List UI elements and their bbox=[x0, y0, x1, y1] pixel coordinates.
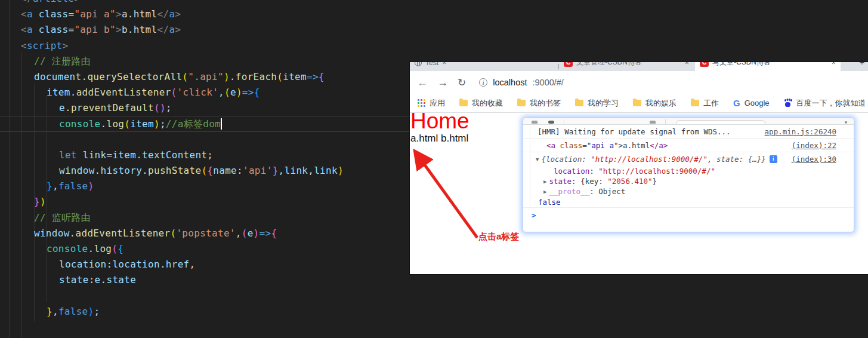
code-token: pushState bbox=[148, 165, 201, 176]
code-token: ( bbox=[170, 228, 176, 239]
info-icon[interactable]: i bbox=[770, 155, 777, 163]
console-text: : bbox=[589, 167, 598, 176]
devtools-dock-icon[interactable] bbox=[532, 121, 538, 124]
bookmarks-bar: 应用我的收藏我的书签我的学习我的娱乐工作GGoogle百度一下，你就知道前端 bbox=[410, 94, 868, 113]
bookmark-item[interactable]: 应用 bbox=[418, 98, 445, 109]
code-token: ) bbox=[338, 165, 344, 176]
code-token: } bbox=[34, 196, 40, 207]
code-token: window bbox=[59, 165, 95, 176]
code-token: ) bbox=[154, 118, 160, 130]
forward-button[interactable]: → bbox=[437, 77, 448, 88]
console-text: "> bbox=[614, 141, 623, 150]
code-token: = bbox=[106, 149, 112, 161]
code-token: . bbox=[230, 71, 236, 82]
code-token: < bbox=[21, 8, 27, 20]
code-token: ) bbox=[236, 87, 242, 98]
bookmark-item[interactable]: 我的学习 bbox=[575, 98, 619, 109]
code-token: : bbox=[237, 165, 243, 176]
code-token: ".api" bbox=[188, 71, 224, 82]
tab-close-icon[interactable]: × bbox=[684, 62, 689, 67]
code-token: ( bbox=[124, 118, 130, 130]
console-text: : Object bbox=[589, 187, 625, 196]
code-token: link bbox=[285, 165, 308, 176]
code-line: state:e.state bbox=[0, 272, 868, 288]
console-row: false bbox=[523, 196, 854, 208]
prompt-chevron-icon: > bbox=[532, 211, 536, 220]
address-bar[interactable]: i localhost:9000/#/ bbox=[479, 78, 564, 87]
code-line: <a class="api a">a.html</a> bbox=[0, 7, 868, 22]
console-text: location bbox=[554, 167, 589, 176]
tab-title: 写文章-CSDN博客 bbox=[712, 62, 827, 67]
code-token: 'api' bbox=[243, 165, 273, 176]
bookmark-item[interactable]: 我的娱乐 bbox=[633, 98, 677, 109]
expand-triangle-icon[interactable]: ▶ bbox=[543, 189, 546, 195]
reload-button[interactable]: ↻ bbox=[458, 78, 466, 88]
bookmark-label: 百度一下，你就知道 bbox=[796, 98, 866, 109]
bookmark-item[interactable]: 百度一下，你就知道 bbox=[784, 98, 866, 109]
url-host: localhost bbox=[493, 78, 527, 87]
console-log-list: [HMR] Waiting for update signal from WDS… bbox=[523, 125, 854, 208]
folder-icon bbox=[691, 100, 699, 106]
back-button[interactable]: ← bbox=[417, 77, 428, 88]
console-text: api a bbox=[591, 141, 614, 150]
code-token: 'click' bbox=[177, 87, 219, 98]
code-token: false bbox=[58, 306, 88, 317]
code-token: //a标签dom bbox=[166, 118, 221, 130]
code-token: state bbox=[59, 274, 89, 285]
bookmark-label: 我的书签 bbox=[530, 98, 561, 109]
code-token: { bbox=[118, 243, 123, 254]
browser-tab[interactable]: C文章管理-CSDN博客× bbox=[559, 62, 694, 71]
code-token bbox=[33, 24, 39, 35]
expand-triangle-icon[interactable]: ▶ bbox=[543, 179, 546, 185]
code-token: "api b" bbox=[74, 24, 116, 35]
bookmark-label: 应用 bbox=[430, 98, 445, 109]
code-token: </ bbox=[157, 8, 169, 20]
page-info-icon[interactable]: i bbox=[479, 78, 487, 87]
bookmark-item[interactable]: 我的收藏 bbox=[459, 98, 503, 109]
settings-caret-icon[interactable]: ▾ bbox=[844, 119, 848, 125]
tab-title: 文章管理-CSDN博客 bbox=[576, 62, 681, 67]
code-token: ( bbox=[182, 71, 188, 82]
code-token: class bbox=[39, 24, 69, 35]
code-token: e bbox=[95, 274, 101, 285]
folder-icon bbox=[633, 100, 641, 106]
code-token: false bbox=[58, 180, 88, 192]
new-tab-button[interactable]: + bbox=[855, 62, 868, 69]
code-token: history bbox=[101, 165, 143, 176]
toolbar-divider bbox=[564, 119, 564, 124]
code-line: <script> bbox=[0, 38, 868, 54]
console-row: ▶state: {key: "2056.410"} bbox=[523, 176, 854, 186]
eye-icon[interactable] bbox=[650, 121, 656, 124]
code-token: : bbox=[106, 259, 112, 270]
console-prompt[interactable]: > bbox=[523, 208, 854, 222]
console-source-link[interactable]: (index):30 bbox=[792, 155, 854, 164]
browser-tab[interactable]: Test× bbox=[410, 62, 452, 71]
code-token: . bbox=[81, 71, 87, 82]
code-token: { bbox=[207, 165, 213, 176]
code-token: ; bbox=[166, 102, 172, 113]
tab-close-icon[interactable]: × bbox=[831, 62, 836, 67]
code-token: , bbox=[190, 259, 196, 270]
code-token: ( bbox=[154, 102, 160, 113]
code-token: href bbox=[166, 259, 190, 270]
bookmark-item[interactable]: 我的书签 bbox=[517, 98, 561, 109]
code-token: textContent bbox=[142, 149, 207, 161]
console-text: =" bbox=[582, 141, 591, 150]
console-source-link[interactable]: (index):22 bbox=[792, 141, 854, 150]
code-token: > bbox=[175, 24, 181, 35]
console-source-link[interactable]: app.min.js:26240 bbox=[765, 127, 854, 136]
console-text: false bbox=[538, 198, 561, 207]
console-text: : bbox=[582, 155, 591, 164]
console-text bbox=[555, 141, 560, 150]
code-token: } bbox=[47, 180, 52, 192]
tab-close-icon[interactable]: × bbox=[442, 62, 447, 67]
google-icon: G bbox=[733, 98, 740, 108]
console-text: __proto__ bbox=[549, 187, 589, 196]
console-filter-input[interactable] bbox=[676, 120, 765, 125]
console-text: class bbox=[560, 141, 583, 150]
bookmark-item[interactable]: 工作 bbox=[691, 98, 719, 109]
bookmark-item[interactable]: GGoogle bbox=[733, 98, 770, 108]
clear-console-icon[interactable] bbox=[548, 121, 554, 124]
browser-tab[interactable]: C写文章-CSDN博客× bbox=[695, 62, 841, 71]
expand-triangle-icon[interactable]: ▼ bbox=[536, 156, 539, 162]
